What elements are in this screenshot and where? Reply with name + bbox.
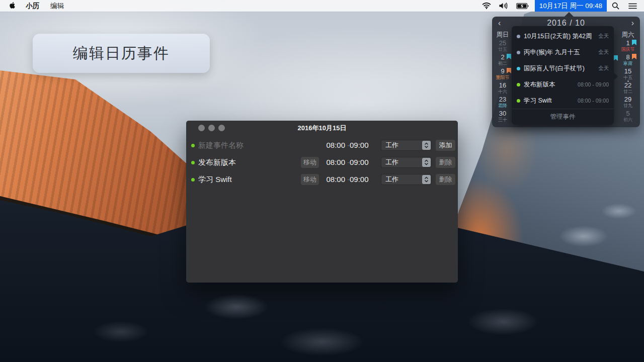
day-cell[interactable]: 30 三十 <box>492 110 513 124</box>
menu-app-name[interactable]: 小历 <box>26 2 39 11</box>
tooltip-label: 编辑日历事件 <box>73 43 170 64</box>
window-title: 2016年10月15日 <box>186 121 458 136</box>
volume-icon[interactable] <box>495 0 512 12</box>
notification-list-icon[interactable] <box>624 0 644 12</box>
event-list-item[interactable]: 发布新版本 08:00 - 09:00 <box>517 76 609 93</box>
event-list-item[interactable]: 学习 Swift 08:00 - 09:00 <box>517 93 609 109</box>
end-time-field[interactable]: -09:00 <box>347 137 369 154</box>
event-dot-icon <box>517 83 520 86</box>
delete-button[interactable]: 删除 <box>436 174 455 185</box>
next-month-button[interactable]: › <box>631 19 634 27</box>
wifi-icon[interactable] <box>478 0 495 12</box>
event-dot-icon <box>191 144 195 147</box>
event-editor-row: 学习 Swift 移动 08:00 -09:00 工作 删除 <box>186 171 458 188</box>
start-time-field[interactable]: 08:00 <box>318 154 345 171</box>
new-event-name-input[interactable]: 新建事件名称 <box>198 137 244 154</box>
menubar-clock[interactable]: 10月17日 周一 09:48 <box>535 0 607 12</box>
day-cell[interactable]: 25 廿五 <box>492 40 513 54</box>
day-cell[interactable]: 2 初二 <box>492 54 513 68</box>
calendar-column-sunday: 周日 25 廿五 2 初二 9 重阳节 16 十六 23 霜降 30 三十 <box>492 31 513 124</box>
category-select[interactable]: 工作 <box>381 174 432 185</box>
select-stepper-icon <box>422 175 431 184</box>
apple-menu[interactable] <box>9 2 16 11</box>
start-time-field[interactable]: 08:00 <box>318 137 345 154</box>
event-name[interactable]: 学习 Swift <box>198 171 232 188</box>
weekday-header: 周日 <box>492 31 513 40</box>
event-dot-icon <box>191 178 195 182</box>
weekday-header: 周六 <box>616 31 639 40</box>
event-list-item[interactable]: 国际盲人节(白手杖节) 全天 <box>517 60 609 76</box>
end-time-field[interactable]: -09:00 <box>347 171 369 188</box>
bookmark-flag-icon <box>613 55 618 61</box>
move-button[interactable]: 移动 <box>301 174 319 185</box>
manage-events-button[interactable]: 管理事件 <box>512 109 614 124</box>
minimize-button[interactable] <box>208 125 215 131</box>
apple-icon <box>9 2 16 11</box>
add-button[interactable]: 添加 <box>436 140 455 151</box>
day-cell[interactable]: 9 重阳节 <box>492 68 513 82</box>
day-cell[interactable]: 16 十六 <box>492 82 513 96</box>
menu-bar: 小历 编辑 10月17日 周一 09:48 <box>0 0 644 12</box>
event-name[interactable]: 发布新版本 <box>198 154 236 171</box>
event-list-item[interactable]: 丙申(猴)年 九月十五 全天 <box>517 44 609 60</box>
day-cell[interactable]: 8 寒露 <box>616 54 639 68</box>
event-editor-row: 新建事件名称 08:00 -09:00 工作 添加 <box>186 137 458 154</box>
event-dot-icon <box>517 35 520 38</box>
day-cell-selected[interactable]: 15 十五 <box>616 68 639 82</box>
move-button[interactable]: 移动 <box>301 157 319 168</box>
end-time-field[interactable]: -09:00 <box>347 154 369 171</box>
event-dot-icon <box>191 161 195 164</box>
calendar-column-saturday: 周六 1 国庆节 8 寒露 15 十五 22 廿二 29 廿九 5 初六 <box>616 31 639 124</box>
day-cell[interactable]: 29 廿九 <box>616 96 639 110</box>
select-stepper-icon <box>422 158 431 167</box>
close-button[interactable] <box>198 125 205 131</box>
prev-month-button[interactable]: ‹ <box>498 19 501 27</box>
menu-edit[interactable]: 编辑 <box>50 2 64 11</box>
day-cell[interactable]: 23 霜降 <box>492 96 513 110</box>
start-time-field[interactable]: 08:00 <box>318 171 345 188</box>
event-list-item[interactable]: 10月15日(2天前) 第42周 全天 <box>517 28 609 44</box>
select-stepper-icon <box>422 141 431 150</box>
day-cell[interactable]: 1 国庆节 <box>616 40 639 54</box>
battery-charging-icon[interactable] <box>512 0 533 12</box>
event-editor-row: 发布新版本 移动 08:00 -09:00 工作 删除 <box>186 154 458 171</box>
event-dot-icon <box>517 99 520 103</box>
day-cell[interactable]: 22 廿二 <box>616 82 639 96</box>
window-titlebar: 2016年10月15日 <box>186 121 458 135</box>
zoom-button[interactable] <box>218 125 225 131</box>
event-dot-icon <box>517 67 520 70</box>
tooltip-edit-calendar-events: 编辑日历事件 <box>33 34 210 73</box>
calendar-panel: ‹ 2016 / 10 › 周日 25 廿五 2 初二 9 重阳节 16 十六 … <box>492 17 640 127</box>
search-icon[interactable] <box>607 0 624 12</box>
event-editor-window: 2016年10月15日 新建事件名称 08:00 -09:00 工作 添加 发布… <box>186 121 458 283</box>
event-dot-icon <box>517 51 520 54</box>
category-select[interactable]: 工作 <box>381 157 432 168</box>
delete-button[interactable]: 删除 <box>436 157 455 168</box>
category-select[interactable]: 工作 <box>381 140 432 151</box>
day-cell[interactable]: 5 初六 <box>616 110 639 124</box>
events-popover: 10月15日(2天前) 第42周 全天 丙申(猴)年 九月十五 全天 国际盲人节… <box>512 26 614 125</box>
